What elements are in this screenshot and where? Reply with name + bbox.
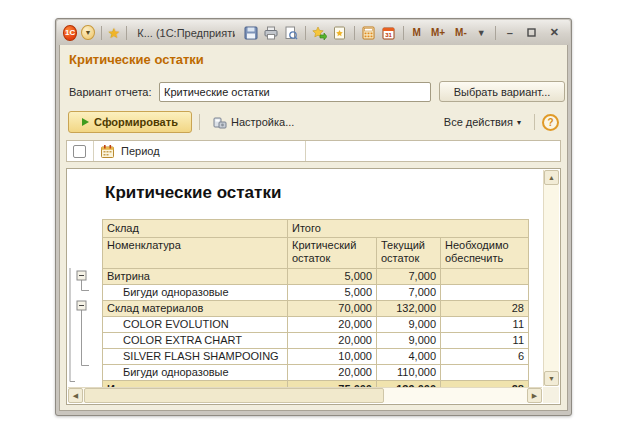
add-favorite-icon[interactable]	[312, 25, 328, 41]
period-calendar-icon	[100, 144, 115, 159]
scroll-right-button[interactable]: ▶	[527, 388, 542, 403]
table-row[interactable]: Бигуди одноразовые 5,000 7,000	[103, 285, 529, 301]
table-header-row[interactable]: Номенклатура Критический остаток Текущий…	[103, 238, 529, 269]
table-row[interactable]: Склад материалов 70,000 132,000 28	[103, 301, 529, 317]
close-button[interactable]: ✕	[545, 26, 564, 39]
vertical-scrollbar[interactable]: ▲ ▼	[543, 170, 559, 386]
scroll-up-button[interactable]: ▲	[544, 170, 559, 185]
report-panel: Критические остатки Склад Итого Номенкла…	[66, 168, 561, 405]
header-sklad[interactable]: Склад	[103, 220, 288, 238]
choose-variant-button[interactable]: Выбрать вариант...	[439, 81, 565, 102]
settings-icon	[213, 116, 227, 129]
report-title: Критические остатки	[105, 183, 281, 203]
divider	[403, 26, 404, 40]
desktop: 1С ▼ ★ К... (1С:Предприятие)	[0, 0, 625, 434]
memory-plus-button[interactable]: M+	[428, 27, 448, 38]
app-window: 1С ▼ ★ К... (1С:Предприятие)	[55, 18, 572, 416]
table-row[interactable]: Бигуди одноразовые 20,000 110,000	[103, 365, 529, 381]
all-actions-button[interactable]: Все действия ▾	[438, 113, 527, 131]
variant-label: Вариант отчета:	[69, 86, 152, 98]
grouping-tree	[67, 169, 101, 408]
titlebar[interactable]: 1С ▼ ★ К... (1С:Предприятие)	[57, 20, 570, 45]
chevron-down-icon: ▼	[85, 29, 92, 36]
scroll-left-button[interactable]: ◀	[68, 388, 83, 403]
minimize-button[interactable]: –	[502, 27, 518, 39]
save-icon[interactable]	[243, 25, 259, 41]
bookmark-icon[interactable]	[332, 25, 348, 41]
memory-button[interactable]: M	[410, 27, 424, 38]
divider	[354, 26, 355, 40]
filter-bar: Период	[66, 140, 561, 162]
table-row[interactable]: COLOR EXTRA CHART 20,000 9,000 11	[103, 333, 529, 349]
maximize-button[interactable]	[522, 27, 541, 39]
help-button[interactable]: ?	[542, 114, 559, 131]
scroll-down-button[interactable]: ▼	[544, 371, 559, 386]
calculator-icon[interactable]	[361, 25, 377, 41]
1c-logo-icon: 1С	[63, 25, 77, 41]
svg-text:31: 31	[385, 32, 392, 38]
divider	[305, 26, 306, 40]
table-row[interactable]: SILVER FLASH SHAMPOOING 10,000 4,000 6	[103, 349, 529, 365]
table-row[interactable]: COLOR EVOLUTION 20,000 9,000 11	[103, 317, 529, 333]
settings-button[interactable]: Настройка...	[207, 113, 300, 132]
preview-icon[interactable]	[283, 25, 299, 41]
scrollbar-corner	[543, 387, 559, 403]
chevron-down-icon: ▾	[517, 118, 521, 127]
report-toolbar: Сформировать Настройка... Все действия ▾…	[60, 109, 567, 135]
print-icon[interactable]	[263, 25, 279, 41]
divider	[495, 26, 496, 40]
variant-input[interactable]	[159, 82, 431, 102]
divider	[199, 114, 200, 130]
divider	[101, 26, 102, 40]
header-current[interactable]: Текущий остаток	[377, 238, 441, 269]
main-menu-button[interactable]: ▼	[81, 25, 94, 40]
header-nomenklatura[interactable]: Номенклатура	[103, 238, 288, 269]
divider	[126, 26, 127, 40]
memory-minus-button[interactable]: M-	[452, 27, 470, 38]
period-filter-label[interactable]: Период	[121, 145, 160, 157]
table-row[interactable]: Витрина 5,000 7,000	[103, 269, 529, 285]
page-title: Критические остатки	[69, 52, 204, 67]
horizontal-scrollbar[interactable]: ◀ ▶	[68, 387, 542, 403]
header-itogo[interactable]: Итого	[288, 220, 529, 238]
header-critical[interactable]: Критический остаток	[288, 238, 377, 269]
divider	[305, 141, 306, 161]
window-body: Критические остатки Вариант отчета: Выбр…	[59, 45, 568, 411]
header-required[interactable]: Необходимо обеспечить	[441, 238, 529, 269]
horizontal-scroll-thumb[interactable]	[84, 388, 384, 403]
divider	[534, 114, 535, 130]
window-title: К... (1С:Предприятие)	[137, 27, 234, 39]
favorites-star-icon[interactable]: ★	[108, 26, 121, 40]
calendar-icon[interactable]: 31	[381, 25, 397, 41]
table-header-row[interactable]: Склад Итого	[103, 220, 529, 238]
play-icon	[82, 118, 89, 126]
period-checkbox[interactable]	[73, 145, 86, 158]
toolbar-overflow-button[interactable]: ▼	[474, 28, 489, 38]
generate-button[interactable]: Сформировать	[68, 111, 192, 133]
report-table: Склад Итого Номенклатура Критический ост…	[102, 219, 529, 398]
divider	[93, 141, 94, 161]
